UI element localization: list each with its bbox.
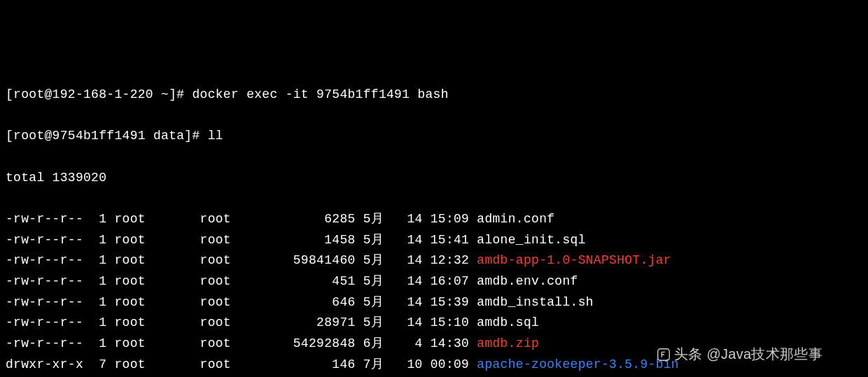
prompt-line-2: [root@9754b1ff1491 data]# ll [6,126,862,147]
prompt-line-1: [root@192-168-1-220 ~]# docker exec -it … [6,85,862,106]
file-row: -rw-r--r-- 1 root root 54292848 6月 4 14:… [6,334,862,355]
file-name: alone_init.sql [477,233,585,247]
file-meta: -rw-r--r-- 1 root root 1458 5月 14 15:41 [6,233,477,247]
file-name: amdb.env.conf [477,274,578,288]
file-meta: -rw-r--r-- 1 root root 54292848 6月 4 14:… [6,336,477,350]
file-meta: drwxr-xr-x 7 root root 146 7月 10 00:09 [6,357,477,371]
file-row: -rw-r--r-- 1 root root 6285 5月 14 15:09 … [6,209,862,230]
file-meta: -rw-r--r-- 1 root root 28971 5月 14 15:10 [6,315,477,329]
file-name: apache-zookeeper-3.5.9-bin [477,357,679,371]
file-meta: -rw-r--r-- 1 root root 451 5月 14 16:07 [6,274,477,288]
file-row: -rw-r--r-- 1 root root 451 5月 14 16:07 a… [6,271,862,292]
file-name: amdb.sql [477,315,539,329]
file-name: amdb.zip [477,336,539,350]
file-name: amdb_install.sh [477,295,594,309]
file-row: -rw-r--r-- 1 root root 646 5月 14 15:39 a… [6,292,862,313]
file-row: -rw-r--r-- 1 root root 28971 5月 14 15:10… [6,313,862,334]
file-row: drwxr-xr-x 7 root root 146 7月 10 00:09 a… [6,355,862,376]
file-row: -rw-r--r-- 1 root root 59841460 5月 14 12… [6,250,862,271]
file-row: -rw-r--r-- 1 root root 1458 5月 14 15:41 … [6,230,862,251]
file-meta: -rw-r--r-- 1 root root 6285 5月 14 15:09 [6,212,477,226]
file-name: admin.conf [477,212,554,226]
directory-listing: -rw-r--r-- 1 root root 6285 5月 14 15:09 … [6,209,862,377]
file-meta: -rw-r--r-- 1 root root 646 5月 14 15:39 [6,295,477,309]
total-line: total 1339020 [6,168,862,189]
file-name: amdb-app-1.0-SNAPSHOT.jar [477,253,671,267]
file-meta: -rw-r--r-- 1 root root 59841460 5月 14 12… [6,253,477,267]
